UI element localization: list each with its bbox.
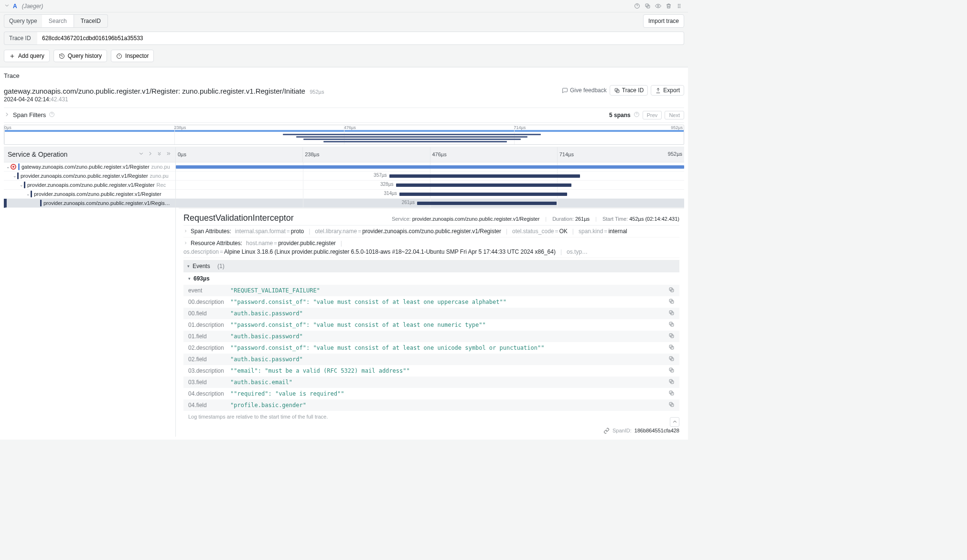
span-row[interactable]: provider.zunoapis.com/zuno.public.regist…: [4, 199, 175, 208]
detail-duration: 261µs: [575, 216, 590, 222]
event-row: 04.description""required": "value is req…: [183, 388, 679, 399]
span-id-value: 186b864551cfa428: [634, 428, 679, 433]
gantt-row[interactable]: 357µs: [176, 172, 684, 181]
svg-point-3: [657, 5, 658, 7]
filters-help-icon[interactable]: [49, 111, 55, 119]
span-detail-panel: RequestValidationInterceptor Service: pr…: [179, 208, 684, 437]
trace-minimap[interactable]: 0µs238µs476µs714µs952µs: [4, 125, 684, 145]
scroll-top-button[interactable]: [670, 417, 679, 427]
span-attrs-chevron-icon[interactable]: [183, 228, 188, 235]
copy-event-icon[interactable]: [668, 321, 675, 329]
gantt-row[interactable]: 261µs: [176, 199, 684, 208]
res-attrs-chevron-icon[interactable]: [183, 240, 188, 247]
event-row: event"REQUEST_VALIDATE_FAILURE": [183, 285, 679, 296]
span-caret-icon[interactable]: ⌄: [12, 173, 17, 178]
gantt-row[interactable]: 328µs: [176, 181, 684, 190]
event-key: 01.field: [188, 333, 230, 340]
drag-handle-icon[interactable]: [674, 1, 684, 11]
event-table: event"REQUEST_VALIDATE_FAILURE"00.descri…: [183, 285, 679, 411]
span-count-help-icon[interactable]: [634, 111, 640, 119]
timeline-tick: 714µs: [557, 147, 684, 162]
resource-attr: host.name=provider.public.register: [246, 240, 336, 247]
copy-query-icon[interactable]: [642, 1, 653, 11]
trace-id-input[interactable]: [37, 32, 684, 45]
span-count: 5 spans: [609, 112, 631, 118]
span-row[interactable]: ⌄provider.zunoapis.com/zuno.public.regis…: [4, 181, 175, 190]
copy-event-icon[interactable]: [668, 355, 675, 363]
span-bar-duration: 314µs: [384, 191, 397, 196]
span-attr: otel.status_code=OK: [512, 228, 568, 235]
copy-event-icon[interactable]: [668, 390, 675, 398]
event-value: ""email": "must be a valid (RFC 5322) ma…: [230, 367, 668, 374]
copy-event-icon[interactable]: [668, 298, 675, 306]
import-trace-button[interactable]: Import trace: [643, 14, 684, 28]
event-value: ""password.consist_of": "value must cons…: [230, 322, 668, 328]
copy-event-icon[interactable]: [668, 344, 675, 352]
minimap-tick: 238µs: [174, 125, 186, 130]
span-op: zuno.pu: [151, 164, 170, 170]
filters-chevron-icon[interactable]: [4, 111, 10, 119]
tree-expand-all-icon[interactable]: [165, 151, 172, 158]
detail-start-time: 452µs (02:14:42.431): [629, 216, 679, 222]
span-row[interactable]: ⌄provider.zunoapis.com/zuno.public.regis…: [4, 172, 175, 181]
gantt-row[interactable]: 314µs: [176, 190, 684, 199]
resource-attributes: Resource Attributes: host.name=provider.…: [183, 237, 679, 258]
query-history-button[interactable]: Query history: [54, 50, 107, 62]
timeline-tick: 952µs: [668, 151, 682, 157]
event-key: 04.description: [188, 390, 230, 397]
copy-event-icon[interactable]: [668, 333, 675, 340]
trace-duration: 952µs: [310, 89, 324, 95]
help-icon[interactable]: [632, 1, 642, 11]
event-key: 04.field: [188, 402, 230, 409]
trace-id-button[interactable]: Trace ID: [610, 85, 648, 96]
tree-next-icon[interactable]: [147, 151, 153, 158]
toggle-visibility-icon[interactable]: [653, 1, 663, 11]
tree-collapse-all-icon[interactable]: [156, 151, 162, 158]
event-timestamp[interactable]: ▾ 693µs: [183, 272, 679, 285]
span-bar: [396, 183, 571, 187]
detail-operation-name: RequestValidationInterceptor: [183, 213, 294, 223]
feedback-link[interactable]: Give feedback: [562, 87, 607, 94]
span-name: provider.zunoapis.com/zuno.public.regist…: [27, 182, 155, 188]
trace-id-row: Trace ID: [0, 30, 688, 47]
span-caret-icon[interactable]: ⌄: [6, 164, 11, 169]
span-caret-icon[interactable]: ⌄: [19, 183, 24, 187]
events-header[interactable]: ▾ Events (1): [183, 260, 679, 272]
copy-event-icon[interactable]: [668, 310, 675, 317]
query-type-row: Query type Search TraceID Import trace: [0, 12, 688, 30]
collapse-query-icon[interactable]: [4, 2, 10, 10]
span-bar-duration: 357µs: [374, 172, 387, 178]
next-span-button[interactable]: Next: [665, 111, 684, 119]
span-filters-row: Span Filters 5 spans Prev Next: [4, 108, 684, 123]
copy-event-icon[interactable]: [668, 287, 675, 294]
timeline: 0µs238µs476µs714µs952µs 357µs328µs314µs2…: [176, 147, 684, 437]
inspector-button[interactable]: Inspector: [111, 50, 154, 62]
copy-event-icon[interactable]: [668, 367, 675, 375]
search-tab[interactable]: Search: [42, 14, 74, 28]
span-caret-icon[interactable]: ⌄: [26, 192, 31, 196]
copy-event-icon[interactable]: [668, 401, 675, 409]
delete-query-icon[interactable]: [663, 1, 674, 11]
span-name: provider.zunoapis.com/zuno.public.regist…: [34, 191, 161, 197]
span-row[interactable]: ⌄provider.zunoapis.com/zuno.public.regis…: [4, 190, 175, 199]
event-key: 02.field: [188, 356, 230, 363]
event-key: 02.description: [188, 345, 230, 351]
span-bar: [176, 165, 684, 169]
link-icon[interactable]: [603, 428, 610, 434]
copy-event-icon[interactable]: [668, 378, 675, 386]
event-row: 02.description""password.consist_of": "v…: [183, 342, 679, 354]
span-bar-duration: 328µs: [380, 182, 393, 187]
event-value: "auth.basic.password": [230, 310, 668, 317]
query-history-label: Query history: [68, 53, 102, 59]
span-filters-label: Span Filters: [13, 111, 46, 118]
span-row[interactable]: ⌄gateway.zunoapis.com/zuno.public.regist…: [4, 162, 175, 172]
resource-attr: os.description=Alpine Linux 3.18.6 (Linu…: [183, 248, 556, 255]
gantt-row[interactable]: [176, 162, 684, 172]
export-button[interactable]: Export: [651, 85, 684, 96]
svg-point-8: [678, 7, 678, 8]
add-query-button[interactable]: Add query: [4, 50, 50, 62]
traceid-tab[interactable]: TraceID: [74, 14, 108, 28]
span-bar: [399, 193, 567, 196]
tree-collapse-icon[interactable]: [138, 151, 144, 158]
prev-span-button[interactable]: Prev: [643, 111, 662, 119]
